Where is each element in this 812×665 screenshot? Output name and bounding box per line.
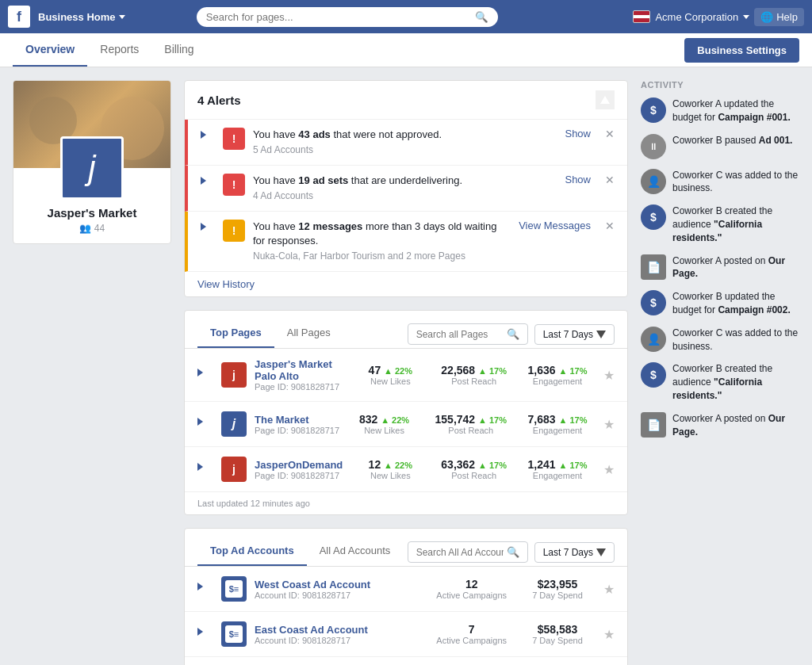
tab-top-ad-accounts[interactable]: Top Ad Accounts: [197, 538, 307, 566]
company-chevron-icon: [743, 15, 749, 19]
tab-billing[interactable]: Billing: [151, 33, 206, 67]
alert-expand-icon-3[interactable]: [201, 221, 215, 235]
main-layout: j Jasper's Market 👥 44 4 Alerts !: [0, 67, 812, 665]
page-main-2: The Market Page ID: 9081828717: [255, 414, 345, 435]
alerts-header: 4 Alerts: [185, 81, 627, 120]
page-star-2[interactable]: ★: [603, 417, 615, 432]
alert-close-button-2[interactable]: ✕: [605, 174, 615, 186]
page-main-3: JasperOnDemand Page ID: 9081828717: [255, 459, 350, 480]
ad-star-2[interactable]: ★: [603, 627, 615, 642]
ad-stat-campaigns-2: 7 Active Campaigns: [436, 623, 507, 645]
alert-expand-icon-1[interactable]: [201, 129, 215, 143]
activity-dollar-icon-1: $: [641, 97, 666, 123]
page-id-2: Page ID: 9081828717: [255, 426, 345, 435]
alert-close-button-1[interactable]: ✕: [605, 128, 615, 140]
activity-text-7: Coworker C was added to the business.: [672, 327, 799, 354]
alerts-card: 4 Alerts ! You have 43 ads that were not…: [184, 80, 628, 297]
alert-expand-icon-2[interactable]: [201, 175, 215, 189]
tab-top-pages[interactable]: Top Pages: [197, 320, 274, 348]
page-stat-reach-1: 22,568 ▲ 17% Post Reach: [441, 364, 507, 386]
ad-accounts-header: Top Ad Accounts All Ad Accounts 🔍 Last 7…: [185, 529, 627, 567]
page-main-1: Jasper's Market Palo Alto Page ID: 90818…: [255, 358, 350, 392]
alert-text-3: You have 12 messages more than 3 days ol…: [253, 220, 511, 263]
page-name-3[interactable]: JasperOnDemand: [255, 459, 350, 471]
alert-view-messages-button[interactable]: View Messages: [519, 220, 591, 231]
ad-accounts-search-input[interactable]: [416, 547, 504, 558]
ad-accounts-search[interactable]: 🔍: [408, 541, 528, 563]
activity-item-4: $ Coworker B created the audience "Calif…: [641, 204, 799, 244]
ad-expand-icon-1[interactable]: [197, 581, 213, 597]
alert-item-1: ! You have 43 ads that were not approved…: [185, 120, 627, 166]
pages-last-updated: Last updated 12 minutes ago: [185, 492, 627, 514]
activity-section: ACTIVITY $ Coworker A updated the budget…: [641, 80, 799, 438]
business-settings-button[interactable]: Business Settings: [684, 38, 799, 63]
tab-all-pages[interactable]: All Pages: [274, 320, 343, 348]
left-sidebar: j Jasper's Market 👥 44: [13, 80, 171, 665]
search-input[interactable]: [206, 11, 475, 23]
page-name-2[interactable]: The Market: [255, 414, 345, 426]
alert-close-button-3[interactable]: ✕: [605, 220, 615, 232]
tab-reports[interactable]: Reports: [87, 33, 151, 67]
business-home-dropdown[interactable]: Business Home: [38, 11, 125, 23]
activity-dollar-icon-2: $: [641, 204, 666, 230]
alerts-collapse-button[interactable]: [596, 90, 615, 109]
activity-title: ACTIVITY: [641, 80, 799, 90]
page-id-1: Page ID: 9081828717: [255, 382, 350, 392]
pages-search-input[interactable]: [416, 329, 504, 340]
activity-text-1: Coworker A updated the budget for Campai…: [672, 97, 799, 124]
activity-item-7: 👤 Coworker C was added to the business.: [641, 327, 799, 354]
search-submit-icon[interactable]: 🔍: [475, 11, 488, 23]
alert-icon-orange-3: !: [223, 220, 245, 242]
top-ad-accounts-card: Top Ad Accounts All Ad Accounts 🔍 Last 7…: [184, 528, 628, 665]
tab-overview[interactable]: Overview: [13, 33, 87, 67]
page-name-1[interactable]: Jasper's Market Palo Alto: [255, 358, 350, 382]
page-expand-icon-3[interactable]: [197, 461, 213, 477]
page-stat-reach-2: 155,742 ▲ 17% Post Reach: [435, 413, 507, 435]
pages-date-dropdown[interactable]: Last 7 Days: [534, 324, 615, 345]
page-stat-likes-3: 12 ▲ 22% New Likes: [358, 458, 422, 480]
top-navigation: f Business Home 🔍 Acme Corporation 🌐 Hel…: [0, 0, 812, 33]
activity-text-5: Coworker A posted on Our Page.: [672, 254, 799, 281]
alert-text-2: You have 19 ad sets that are underdelive…: [253, 174, 557, 203]
business-home-chevron-icon: [119, 15, 125, 19]
page-expand-icon-2[interactable]: [197, 416, 213, 432]
activity-text-2: Coworker B paused Ad 001.: [672, 134, 792, 147]
page-id-3: Page ID: 9081828717: [255, 471, 350, 480]
company-name: Acme Corporation: [655, 11, 738, 23]
pages-date-chevron-icon: [596, 331, 606, 338]
ad-name-1[interactable]: West Coast Ad Account: [255, 579, 428, 590]
tab-all-ad-accounts[interactable]: All Ad Accounts: [307, 538, 404, 566]
activity-text-6: Coworker B updated the budget for Campai…: [672, 290, 799, 317]
profile-card: j Jasper's Market 👥 44: [13, 80, 171, 244]
ad-name-2[interactable]: East Coast Ad Account: [255, 624, 428, 636]
view-history-link[interactable]: View History: [185, 272, 627, 296]
activity-item-6: $ Coworker B updated the budget for Camp…: [641, 290, 799, 317]
pages-search[interactable]: 🔍: [408, 323, 528, 345]
profile-logo: j: [60, 136, 124, 200]
page-star-3[interactable]: ★: [603, 462, 615, 477]
right-sidebar: ACTIVITY $ Coworker A updated the budget…: [641, 80, 799, 665]
ad-accounts-date-chevron-icon: [596, 548, 606, 556]
page-row-3: j JasperOnDemand Page ID: 9081828717 12 …: [185, 447, 627, 492]
activity-person-icon-2: 👤: [641, 327, 666, 352]
global-search[interactable]: 🔍: [197, 7, 498, 27]
ad-account-row-1: $≡ West Coast Ad Account Account ID: 908…: [185, 567, 627, 612]
alert-show-button-1[interactable]: Show: [565, 128, 591, 139]
page-star-1[interactable]: ★: [603, 368, 615, 383]
pages-controls: 🔍 Last 7 Days: [408, 323, 615, 345]
ad-star-1[interactable]: ★: [603, 582, 615, 597]
activity-dollar-icon-3: $: [641, 290, 666, 315]
activity-doc-icon-2: 📄: [641, 412, 666, 438]
page-stat-reach-3: 63,362 ▲ 17% Post Reach: [441, 458, 507, 480]
activity-item-8: $ Coworker B created the audience "Calif…: [641, 362, 799, 402]
alert-show-button-2[interactable]: Show: [565, 174, 591, 185]
ad-expand-icon-2[interactable]: [197, 626, 213, 642]
company-switcher[interactable]: Acme Corporation: [633, 10, 749, 23]
page-expand-icon-1[interactable]: [197, 367, 213, 383]
ad-accounts-date-dropdown[interactable]: Last 7 Days: [534, 542, 615, 563]
ad-account-row-2: $≡ East Coast Ad Account Account ID: 908…: [185, 612, 627, 657]
ad-icon-1: $≡: [221, 576, 247, 602]
ad-accounts-controls: 🔍 Last 7 Days: [408, 541, 615, 563]
help-button[interactable]: 🌐 Help: [754, 8, 804, 26]
ad-main-1: West Coast Ad Account Account ID: 908182…: [255, 579, 428, 600]
